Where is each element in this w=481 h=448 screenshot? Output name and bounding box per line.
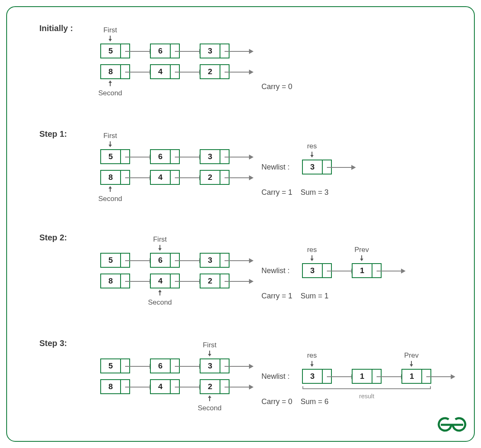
second-pointer-label: Second: [147, 289, 172, 307]
carry-sum-status: Carry = 1 Sum = 3: [261, 188, 329, 197]
pointer-arrow: [175, 281, 203, 282]
pointer-arrow: [175, 51, 203, 52]
pointer-arrow: [125, 177, 153, 178]
first-pointer-label: First: [98, 26, 123, 44]
pointer-arrow: [225, 281, 253, 282]
pointer-arrow: [377, 376, 405, 377]
pointer-arrow: [225, 387, 253, 387]
node-value: 1: [353, 370, 372, 383]
node-value: 1: [353, 264, 372, 277]
pointer-arrow: [175, 260, 203, 261]
node-value: 2: [201, 380, 220, 393]
node-value: 4: [151, 65, 171, 78]
node-value: 3: [201, 150, 220, 163]
node-value: 6: [151, 150, 171, 163]
node-value: 8: [101, 171, 121, 184]
pointer-arrow: [125, 157, 153, 157]
step-title: Step 1:: [39, 129, 67, 139]
step-title: Initially :: [39, 24, 73, 33]
svg-marker-26: [410, 364, 413, 367]
pointer-arrow: [175, 387, 203, 387]
node-value: 8: [101, 380, 121, 393]
svg-marker-4: [109, 80, 112, 83]
svg-marker-14: [158, 290, 162, 292]
node-value: 6: [151, 359, 171, 373]
newlist-label: Newlist :: [261, 266, 290, 275]
pointer-arrow: [125, 281, 153, 282]
pointer-arrow: [327, 167, 355, 168]
newlist-label: Newlist :: [261, 372, 290, 381]
node-value: 8: [101, 65, 121, 78]
step-title: Step 2:: [39, 233, 67, 242]
second-pointer-label: Second: [98, 80, 123, 97]
node-value: 2: [201, 65, 220, 78]
pointer-arrow: [175, 157, 203, 157]
pointer-arrow: [175, 177, 203, 178]
node-value: 3: [201, 44, 220, 58]
svg-marker-12: [158, 248, 162, 251]
svg-marker-10: [310, 155, 314, 157]
pointer-arrow: [225, 72, 253, 73]
node-value: 3: [303, 264, 323, 277]
carry-sum-status: Carry = 1 Sum = 1: [261, 292, 329, 300]
first-pointer-label: First: [147, 235, 172, 253]
second-pointer-label: Second: [197, 395, 222, 412]
svg-marker-22: [208, 395, 211, 398]
pointer-arrow: [327, 271, 355, 271]
pointer-arrow: [225, 51, 253, 52]
pointer-arrow: [225, 177, 253, 178]
pointer-arrow: [327, 376, 355, 377]
pointer-arrow: [125, 260, 153, 261]
svg-marker-2: [109, 39, 112, 41]
node-value: 4: [151, 171, 171, 184]
res-pointer-label: res: [300, 351, 324, 369]
node-value: 3: [303, 370, 323, 383]
prev-pointer-label: Prev: [399, 351, 424, 369]
first-pointer-label: First: [197, 341, 222, 358]
node-value: 3: [303, 160, 323, 174]
svg-marker-6: [109, 145, 112, 147]
pointer-arrow: [125, 387, 153, 387]
svg-marker-8: [109, 186, 112, 189]
first-pointer-label: First: [98, 132, 123, 149]
node-value: 4: [151, 380, 171, 393]
node-value: 8: [101, 274, 121, 288]
pointer-arrow: [426, 376, 454, 377]
node-value: 5: [101, 359, 121, 373]
newlist-label: Newlist :: [261, 163, 290, 172]
step-title: Step 3:: [39, 339, 67, 348]
geeksforgeeks-logo: [437, 416, 466, 438]
pointer-arrow: [225, 157, 253, 157]
res-pointer-label: res: [300, 246, 324, 263]
carry-sum-status: Carry = 0: [261, 82, 292, 91]
node-value: 5: [101, 150, 121, 163]
svg-marker-18: [360, 259, 363, 261]
svg-marker-20: [208, 354, 211, 356]
pointer-arrow: [225, 260, 253, 261]
prev-pointer-label: Prev: [349, 246, 374, 263]
node-value: 6: [151, 254, 171, 267]
carry-sum-status: Carry = 0 Sum = 6: [261, 397, 329, 406]
res-pointer-label: res: [300, 142, 324, 160]
node-value: 2: [201, 274, 220, 288]
pointer-arrow: [125, 72, 153, 73]
pointer-arrow: [175, 366, 203, 367]
diagram-frame: Initially :563842FirstSecondCarry = 0Ste…: [6, 6, 475, 442]
pointer-arrow: [377, 271, 405, 271]
node-value: 3: [201, 254, 220, 267]
node-value: 2: [201, 171, 220, 184]
node-value: 4: [151, 274, 171, 288]
node-value: 5: [101, 254, 121, 267]
svg-marker-16: [310, 259, 314, 261]
node-value: 5: [101, 44, 121, 58]
svg-marker-24: [310, 364, 314, 367]
pointer-arrow: [125, 51, 153, 52]
second-pointer-label: Second: [98, 186, 123, 203]
node-value: 3: [201, 359, 220, 373]
pointer-arrow: [125, 366, 153, 367]
node-value: 1: [402, 370, 422, 383]
node-value: 6: [151, 44, 171, 58]
pointer-arrow: [175, 72, 203, 73]
pointer-arrow: [225, 366, 253, 367]
